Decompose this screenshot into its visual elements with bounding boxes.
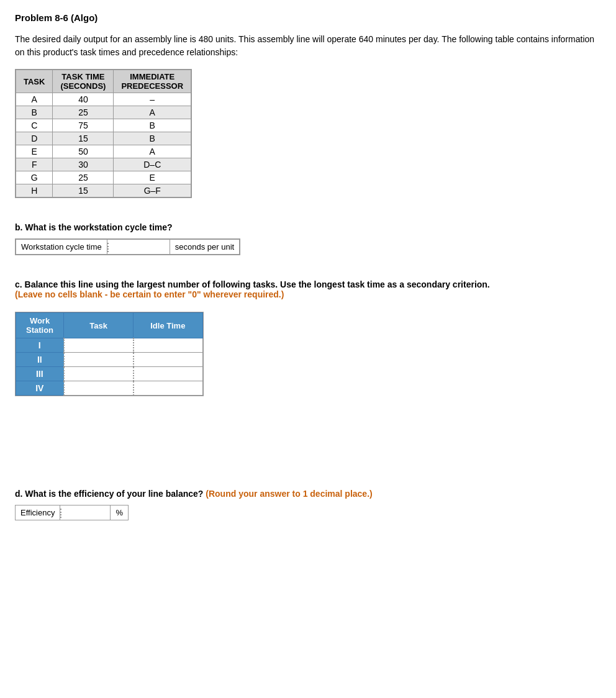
balance-row: II xyxy=(16,353,203,367)
balance-idle-input-2[interactable] xyxy=(134,353,202,366)
task-row: B25A xyxy=(16,106,191,119)
balance-task-input-1[interactable] xyxy=(65,339,133,352)
balance-header-idle: Idle Time xyxy=(134,313,203,338)
efficiency-table: Efficiency % xyxy=(15,505,129,520)
task-cell-time: 40 xyxy=(53,93,114,106)
balance-idle-cell[interactable] xyxy=(134,381,203,396)
balance-task-cell[interactable] xyxy=(64,338,134,353)
task-cell-time: 75 xyxy=(53,119,114,132)
balance-header-task: Task xyxy=(64,313,134,338)
balance-task-cell[interactable] xyxy=(64,367,134,381)
balance-idle-input-1[interactable] xyxy=(134,339,202,352)
efficiency-label: Efficiency xyxy=(16,505,60,520)
task-cell-task: E xyxy=(16,145,53,158)
section-b-label: b. What is the workstation cycle time? xyxy=(15,222,601,232)
workstation-cycle-wrapper: Workstation cycle time seconds per unit xyxy=(15,238,240,255)
intro-text: The desired daily output for an assembly… xyxy=(15,33,601,59)
task-cell-predecessor: B xyxy=(114,132,191,145)
section-d-note: (Round your answer to 1 decimal place.) xyxy=(206,489,372,499)
section-d: d. What is the efficiency of your line b… xyxy=(15,489,601,520)
balance-station-cell: II xyxy=(16,353,64,367)
wc-label: Workstation cycle time xyxy=(16,240,107,255)
balance-row: IV xyxy=(16,381,203,396)
balance-task-cell[interactable] xyxy=(64,353,134,367)
balance-task-input-4[interactable] xyxy=(65,382,133,395)
section-d-label: d. What is the efficiency of your line b… xyxy=(15,489,601,499)
balance-station-cell: III xyxy=(16,367,64,381)
task-cell-time: 25 xyxy=(53,106,114,119)
col-header-time: TASK TIME(SECONDS) xyxy=(53,70,114,93)
balance-row: I xyxy=(16,338,203,353)
task-cell-task: A xyxy=(16,93,53,106)
task-cell-task: H xyxy=(16,184,53,197)
section-c-note: (Leave no cells blank - be certain to en… xyxy=(15,289,284,299)
task-row: H15G–F xyxy=(16,184,191,197)
task-cell-task: B xyxy=(16,106,53,119)
balance-idle-cell[interactable] xyxy=(134,353,203,367)
balance-idle-cell[interactable] xyxy=(134,338,203,353)
wc-unit: seconds per unit xyxy=(170,240,239,255)
task-cell-task: C xyxy=(16,119,53,132)
task-cell-task: D xyxy=(16,132,53,145)
efficiency-input-cell[interactable] xyxy=(60,505,111,520)
balance-row: III xyxy=(16,367,203,381)
task-cell-task: G xyxy=(16,171,53,184)
wc-input-cell[interactable] xyxy=(107,240,170,255)
col-header-predecessor: IMMEDIATEPREDECESSOR xyxy=(114,70,191,93)
task-table: TASK TASK TIME(SECONDS) IMMEDIATEPREDECE… xyxy=(16,70,191,197)
efficiency-pct: % xyxy=(111,505,129,520)
balance-table-wrapper: WorkStation Task Idle Time IIIIIIIV xyxy=(15,312,204,396)
task-cell-predecessor: B xyxy=(114,119,191,132)
task-row: E50A xyxy=(16,145,191,158)
task-cell-predecessor: D–C xyxy=(114,158,191,171)
balance-station-cell: IV xyxy=(16,381,64,396)
workstation-cycle-table: Workstation cycle time seconds per unit xyxy=(16,239,240,255)
task-row: F30D–C xyxy=(16,158,191,171)
balance-header-station: WorkStation xyxy=(16,313,64,338)
task-cell-predecessor: – xyxy=(114,93,191,106)
task-row: C75B xyxy=(16,119,191,132)
task-cell-predecessor: A xyxy=(114,106,191,119)
task-row: D15B xyxy=(16,132,191,145)
efficiency-input[interactable] xyxy=(60,509,110,518)
workstation-cycle-input[interactable] xyxy=(107,243,170,252)
section-b: b. What is the workstation cycle time? W… xyxy=(15,222,601,257)
col-header-task: TASK xyxy=(16,70,53,93)
task-cell-time: 25 xyxy=(53,171,114,184)
balance-station-cell: I xyxy=(16,338,64,353)
balance-idle-input-3[interactable] xyxy=(134,368,202,381)
task-cell-time: 15 xyxy=(53,184,114,197)
task-cell-predecessor: A xyxy=(114,145,191,158)
balance-task-input-3[interactable] xyxy=(65,368,133,381)
section-c: c. Balance this line using the largest n… xyxy=(15,279,601,398)
balance-table: WorkStation Task Idle Time IIIIIIIV xyxy=(16,312,203,396)
task-row: A40– xyxy=(16,93,191,106)
task-cell-time: 50 xyxy=(53,145,114,158)
balance-task-input-2[interactable] xyxy=(65,353,133,366)
task-cell-time: 15 xyxy=(53,132,114,145)
section-c-label: c. Balance this line using the largest n… xyxy=(15,279,601,299)
task-row: G25E xyxy=(16,171,191,184)
task-cell-task: F xyxy=(16,158,53,171)
problem-title: Problem 8-6 (Algo) xyxy=(15,12,601,23)
task-cell-time: 30 xyxy=(53,158,114,171)
balance-idle-input-4[interactable] xyxy=(134,382,202,395)
balance-task-cell[interactable] xyxy=(64,381,134,396)
task-cell-predecessor: G–F xyxy=(114,184,191,197)
balance-idle-cell[interactable] xyxy=(134,367,203,381)
task-cell-predecessor: E xyxy=(114,171,191,184)
task-table-wrapper: TASK TASK TIME(SECONDS) IMMEDIATEPREDECE… xyxy=(15,69,192,198)
